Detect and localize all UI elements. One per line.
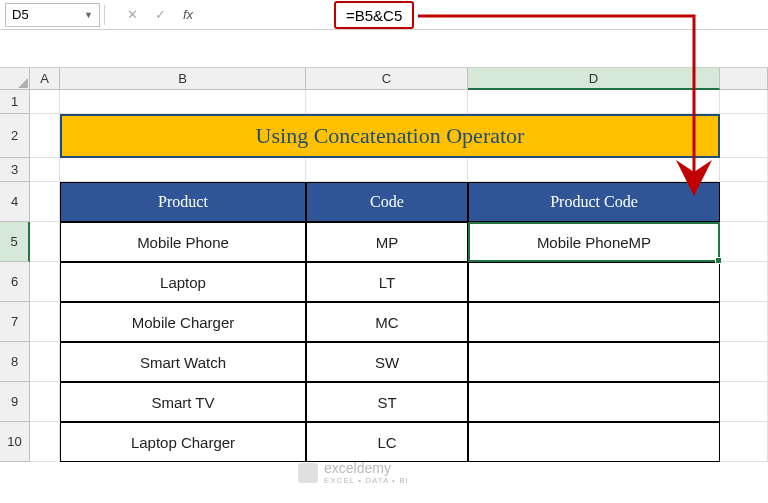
cell-product[interactable]: Smart Watch — [60, 342, 306, 382]
cancel-icon[interactable]: ✕ — [119, 4, 145, 26]
cell[interactable] — [720, 90, 768, 114]
watermark: exceldemy EXCEL • DATA • BI — [298, 460, 409, 485]
row-header-2[interactable]: 2 — [0, 114, 30, 158]
cell[interactable] — [30, 158, 60, 182]
cell[interactable] — [30, 222, 60, 262]
cells-area[interactable]: Using Concatenation OperatorProductCodeP… — [30, 90, 768, 462]
cell[interactable] — [30, 114, 60, 158]
formula-bar: D5 ▼ ✕ ✓ fx =B5&C5 — [0, 0, 768, 30]
cell[interactable] — [30, 342, 60, 382]
cell[interactable] — [720, 222, 768, 262]
cell[interactable] — [30, 382, 60, 422]
cell[interactable] — [306, 158, 468, 182]
cell[interactable] — [720, 422, 768, 462]
row-header-4[interactable]: 4 — [0, 182, 30, 222]
cell-code[interactable]: MC — [306, 302, 468, 342]
col-header-C[interactable]: C — [306, 68, 468, 90]
title-cell[interactable]: Using Concatenation Operator — [60, 114, 720, 158]
col-header-A[interactable]: A — [30, 68, 60, 90]
cell-product[interactable]: Smart TV — [60, 382, 306, 422]
row-header-7[interactable]: 7 — [0, 302, 30, 342]
cell-result[interactable] — [468, 422, 720, 462]
cell[interactable] — [720, 262, 768, 302]
cell-code[interactable]: MP — [306, 222, 468, 262]
cell-result[interactable] — [468, 262, 720, 302]
cell-result[interactable] — [468, 382, 720, 422]
col-header-D[interactable]: D — [468, 68, 720, 90]
cell[interactable] — [30, 302, 60, 342]
cell[interactable] — [60, 158, 306, 182]
cell-result-selected[interactable]: Mobile PhoneMP — [468, 222, 720, 262]
cell-code[interactable]: LT — [306, 262, 468, 302]
grid-body: 12345678910 Using Concatenation Operator… — [0, 90, 768, 462]
cell[interactable] — [720, 342, 768, 382]
col-header-B[interactable]: B — [60, 68, 306, 90]
cell-product[interactable]: Laptop — [60, 262, 306, 302]
formula-bar-icons: ✕ ✓ fx — [109, 4, 211, 26]
name-box[interactable]: D5 ▼ — [5, 3, 100, 27]
formula-highlight: =B5&C5 — [334, 1, 414, 29]
cell[interactable] — [468, 158, 720, 182]
cell[interactable] — [720, 158, 768, 182]
cell-result[interactable] — [468, 342, 720, 382]
fx-icon[interactable]: fx — [175, 4, 201, 26]
select-all-corner[interactable] — [0, 68, 30, 90]
row-header-3[interactable]: 3 — [0, 158, 30, 182]
chevron-down-icon[interactable]: ▼ — [84, 10, 93, 20]
name-box-value: D5 — [12, 7, 29, 22]
row-header-10[interactable]: 10 — [0, 422, 30, 462]
cell[interactable] — [468, 90, 720, 114]
cell-code[interactable]: ST — [306, 382, 468, 422]
watermark-icon — [298, 463, 318, 483]
watermark-tagline: EXCEL • DATA • BI — [324, 476, 409, 485]
cell[interactable] — [720, 182, 768, 222]
header-code[interactable]: Code — [306, 182, 468, 222]
cell-product[interactable]: Laptop Charger — [60, 422, 306, 462]
spacer — [0, 30, 768, 68]
row-header-1[interactable]: 1 — [0, 90, 30, 114]
cell[interactable] — [30, 182, 60, 222]
row-header-5[interactable]: 5 — [0, 222, 30, 262]
cell-result[interactable] — [468, 302, 720, 342]
cell[interactable] — [60, 90, 306, 114]
watermark-brand: exceldemy — [324, 460, 409, 476]
cell[interactable] — [30, 422, 60, 462]
enter-icon[interactable]: ✓ — [147, 4, 173, 26]
divider — [104, 5, 105, 25]
cell[interactable] — [720, 114, 768, 158]
cell-product[interactable]: Mobile Phone — [60, 222, 306, 262]
cell[interactable] — [30, 262, 60, 302]
col-header-extra[interactable] — [720, 68, 768, 90]
column-header-row: ABCD — [0, 68, 768, 90]
formula-input[interactable] — [211, 3, 768, 27]
row-header-9[interactable]: 9 — [0, 382, 30, 422]
formula-text: =B5&C5 — [346, 7, 402, 24]
cell[interactable] — [720, 382, 768, 422]
header-product[interactable]: Product — [60, 182, 306, 222]
cell[interactable] — [720, 302, 768, 342]
cell-code[interactable]: LC — [306, 422, 468, 462]
header-product-code[interactable]: Product Code — [468, 182, 720, 222]
cell[interactable] — [306, 90, 468, 114]
cell-product[interactable]: Mobile Charger — [60, 302, 306, 342]
cell[interactable] — [30, 90, 60, 114]
row-header-8[interactable]: 8 — [0, 342, 30, 382]
row-header-6[interactable]: 6 — [0, 262, 30, 302]
fill-handle[interactable] — [715, 257, 722, 264]
cell-code[interactable]: SW — [306, 342, 468, 382]
